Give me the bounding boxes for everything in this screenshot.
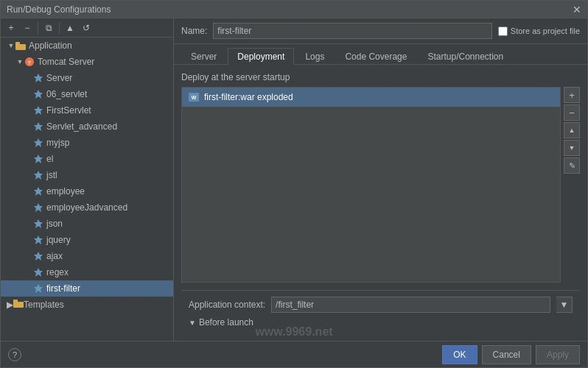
remove-config-button[interactable]: −	[20, 21, 35, 35]
svg-rect-18	[13, 302, 24, 308]
tree-node-ajax[interactable]: ajax	[1, 248, 173, 264]
deployment-list: W first-filter:war exploded	[181, 87, 561, 283]
tab-server[interactable]: Server	[181, 48, 226, 65]
application-label: Application	[29, 40, 72, 51]
svg-marker-10	[34, 171, 43, 180]
tab-code-coverage[interactable]: Code Coverage	[335, 48, 416, 65]
svg-marker-6	[34, 106, 43, 115]
svg-text:T: T	[28, 60, 32, 66]
app-context-row: Application context: ▼	[189, 297, 573, 313]
svg-text:W: W	[192, 95, 197, 100]
folder-icon-templates	[13, 300, 24, 310]
svg-marker-5	[34, 90, 43, 99]
store-checkbox[interactable]	[498, 26, 508, 36]
copy-config-button[interactable]: ⧉	[41, 21, 56, 35]
arrow-tomcat: ▼	[15, 57, 24, 66]
tree-node-employeeJadvanced[interactable]: employeeJadvanced	[1, 199, 173, 216]
svg-marker-9	[34, 155, 43, 163]
war-exploded-icon: W	[188, 91, 200, 103]
bottom-section: Application context: ▼ ▼ Before launch	[181, 290, 580, 333]
deploy-section-label: Deploy at the server startup	[181, 72, 580, 82]
svg-marker-8	[34, 138, 43, 147]
tree-node-servlet-advanced[interactable]: Servlet_advanced	[1, 118, 173, 135]
app-context-dropdown[interactable]: ▼	[556, 297, 573, 313]
left-panel: + − ⧉ ▲ ↺ ▼ Application	[1, 18, 174, 341]
move-up-button[interactable]: ▲	[63, 21, 77, 35]
config-icon-06servlet	[33, 89, 43, 99]
tree-node-FirstServlet[interactable]: FirstServlet	[1, 102, 173, 118]
add-config-button[interactable]: +	[4, 21, 18, 35]
svg-marker-14	[34, 236, 43, 244]
svg-marker-15	[34, 252, 43, 261]
tree-node-jquery[interactable]: jquery	[1, 232, 173, 248]
svg-marker-7	[34, 122, 43, 131]
footer: ? OK Cancel Apply	[1, 341, 587, 367]
tab-startup-connection[interactable]: Startup/Connection	[418, 48, 513, 65]
edit-deployment-button[interactable]: ✎	[564, 158, 580, 174]
tree-node-first-filter[interactable]: first-filter	[1, 280, 173, 297]
before-launch-arrow[interactable]: ▼	[189, 319, 196, 327]
tab-deployment[interactable]: Deployment	[228, 48, 294, 65]
config-icon-servlet-advanced	[33, 121, 43, 132]
run-debug-config-window: Run/Debug Configurations ✕ + − ⧉ ▲ ↺ ▼	[0, 0, 588, 368]
config-icon-first-filter	[33, 283, 43, 294]
config-icon-json	[33, 219, 43, 229]
name-label: Name:	[181, 26, 207, 36]
side-buttons-col: + − ▲ ▼ ✎	[564, 87, 580, 283]
apply-button[interactable]: Apply	[536, 345, 580, 364]
svg-marker-11	[34, 187, 43, 196]
arrow-templates: ▶	[7, 300, 13, 310]
move-up-deployment-button[interactable]: ▲	[564, 122, 580, 138]
tabs-bar: Server Deployment Logs Code Coverage Sta…	[174, 44, 587, 65]
deployment-list-inner: W first-filter:war exploded	[182, 88, 560, 282]
app-context-input[interactable]	[271, 297, 550, 313]
deployment-item-first-filter[interactable]: W first-filter:war exploded	[182, 88, 560, 107]
tree-node-el[interactable]: el	[1, 151, 173, 167]
window-title: Run/Debug Configurations	[7, 4, 111, 15]
config-icon-employee	[33, 186, 43, 197]
tomcat-icon: T	[24, 57, 35, 67]
toolbar-separator	[38, 22, 38, 34]
tree-node-application[interactable]: ▼ Application	[1, 38, 173, 54]
svg-rect-1	[15, 42, 20, 45]
help-button[interactable]: ?	[8, 348, 21, 361]
before-launch-row: ▼ Before launch	[189, 317, 573, 328]
deployment-item-label: first-filter:war exploded	[204, 92, 293, 102]
tree-node-server[interactable]: Server	[1, 70, 173, 86]
name-bar: Name: Store as project file	[174, 18, 587, 44]
tab-logs[interactable]: Logs	[295, 48, 334, 65]
settings-button[interactable]: ↺	[79, 21, 94, 35]
add-deployment-button[interactable]: +	[564, 87, 580, 103]
close-button[interactable]: ✕	[573, 4, 581, 15]
config-icon-server	[33, 73, 43, 83]
svg-marker-17	[34, 284, 43, 293]
ok-button[interactable]: OK	[442, 345, 477, 364]
config-icon-ajax	[33, 251, 43, 261]
config-tree: ▼ Application ▼ T Tomcat Server	[1, 38, 173, 341]
tree-node-06servlet[interactable]: 06_servlet	[1, 86, 173, 102]
config-icon-employeeJadvanced	[33, 202, 43, 213]
cancel-button[interactable]: Cancel	[482, 345, 531, 364]
title-bar: Run/Debug Configurations ✕	[1, 1, 587, 18]
right-panel: Name: Store as project file Server Deplo…	[174, 18, 587, 341]
tree-node-json[interactable]: json	[1, 216, 173, 232]
tree-node-employee[interactable]: employee	[1, 183, 173, 199]
tree-node-regex[interactable]: regex	[1, 264, 173, 280]
config-icon-myjsp	[33, 138, 43, 148]
config-icon-jquery	[33, 235, 43, 245]
arrow-application: ▼	[7, 41, 15, 50]
main-content: + − ⧉ ▲ ↺ ▼ Application	[1, 18, 587, 341]
tree-node-tomcat[interactable]: ▼ T Tomcat Server	[1, 54, 173, 70]
svg-marker-16	[34, 268, 43, 277]
config-icon-jstl	[33, 170, 43, 180]
before-launch-label: Before launch	[199, 317, 253, 328]
tree-node-templates[interactable]: ▶ Templates	[1, 297, 173, 313]
svg-marker-4	[34, 74, 43, 82]
toolbar-separator-2	[59, 22, 60, 34]
move-down-deployment-button[interactable]: ▼	[564, 140, 580, 156]
tree-node-jstl[interactable]: jstl	[1, 167, 173, 183]
name-input[interactable]	[213, 23, 492, 39]
remove-deployment-button[interactable]: −	[564, 105, 580, 121]
footer-left: ?	[8, 348, 21, 361]
tree-node-myjsp[interactable]: myjsp	[1, 135, 173, 151]
